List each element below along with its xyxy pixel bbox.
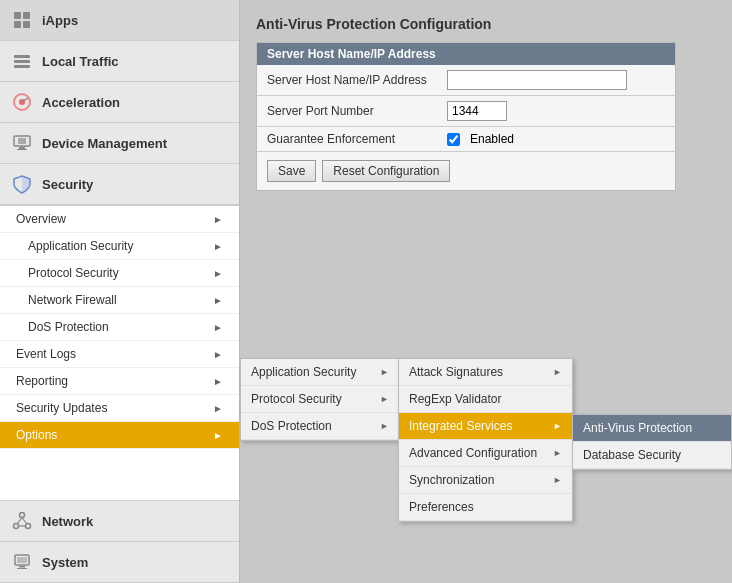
svg-point-14 <box>20 513 25 518</box>
local-traffic-label: Local Traffic <box>42 54 119 69</box>
svg-line-17 <box>17 518 22 525</box>
system-icon <box>10 550 34 574</box>
sidebar-bottom: Network System <box>0 500 239 583</box>
sidebar-item-iapps[interactable]: iApps <box>0 0 239 41</box>
svg-rect-3 <box>23 21 30 28</box>
flyout-attack-signatures[interactable]: Attack Signatures ► <box>399 359 572 386</box>
arrow-icon: ► <box>213 376 223 387</box>
security-label: Security <box>42 177 93 192</box>
arrow-icon: ► <box>213 349 223 360</box>
iapps-icon <box>10 8 34 32</box>
sidebar-item-system[interactable]: System <box>0 542 239 583</box>
device-management-label: Device Management <box>42 136 167 151</box>
local-traffic-icon <box>10 49 34 73</box>
form-actions: Save Reset Configuration <box>257 152 675 190</box>
network-icon <box>10 509 34 533</box>
server-port-input[interactable] <box>447 101 507 121</box>
device-management-icon <box>10 131 34 155</box>
arrow-icon: ► <box>213 430 223 441</box>
menu-item-overview[interactable]: Overview ► <box>0 206 239 233</box>
menu-item-security-updates[interactable]: Security Updates ► <box>0 395 239 422</box>
arrow-icon: ► <box>213 295 223 306</box>
flyout-advanced-configuration[interactable]: Advanced Configuration ► <box>399 440 572 467</box>
flyout-integrated-services[interactable]: Integrated Services ► <box>399 413 572 440</box>
flyout-synchronization[interactable]: Synchronization ► <box>399 467 572 494</box>
iapps-label: iApps <box>42 13 78 28</box>
arrow-icon: ► <box>553 367 562 377</box>
arrow-icon: ► <box>553 421 562 431</box>
menu-item-network-firewall[interactable]: Network Firewall ► <box>0 287 239 314</box>
svg-line-18 <box>22 518 27 525</box>
svg-rect-2 <box>14 21 21 28</box>
security-menu: Overview ► Application Security ► Protoc… <box>0 205 239 500</box>
config-box: Server Host Name/IP Address Server Host … <box>256 42 676 191</box>
arrow-icon: ► <box>213 241 223 252</box>
guarantee-checkbox-label: Enabled <box>470 132 514 146</box>
svg-rect-12 <box>19 147 25 149</box>
sidebar-item-network[interactable]: Network <box>0 501 239 542</box>
menu-item-reporting[interactable]: Reporting ► <box>0 368 239 395</box>
flyout-level1: Application Security ► Protocol Security… <box>240 358 400 441</box>
flyout-dos-protection[interactable]: DoS Protection ► <box>241 413 399 440</box>
arrow-icon: ► <box>213 403 223 414</box>
system-label: System <box>42 555 88 570</box>
menu-item-dos-protection[interactable]: DoS Protection ► <box>0 314 239 341</box>
menu-item-protocol-security[interactable]: Protocol Security ► <box>0 260 239 287</box>
svg-rect-21 <box>17 557 27 563</box>
flyout-regexp-validator[interactable]: RegExp Validator <box>399 386 572 413</box>
acceleration-label: Acceleration <box>42 95 120 110</box>
guarantee-label: Guarantee Enforcement <box>267 132 447 146</box>
svg-rect-5 <box>14 60 30 63</box>
arrow-icon: ► <box>213 268 223 279</box>
svg-rect-1 <box>23 12 30 19</box>
server-host-row: Server Host Name/IP Address <box>257 65 675 96</box>
arrow-icon: ► <box>213 322 223 333</box>
menu-item-event-logs[interactable]: Event Logs ► <box>0 341 239 368</box>
server-port-label: Server Port Number <box>267 104 447 118</box>
network-label: Network <box>42 514 93 529</box>
menu-item-options[interactable]: Options ► <box>0 422 239 449</box>
svg-rect-11 <box>18 138 26 144</box>
config-header: Server Host Name/IP Address <box>257 43 675 65</box>
svg-rect-23 <box>17 568 27 569</box>
server-host-value <box>447 70 627 90</box>
acceleration-icon <box>10 90 34 114</box>
arrow-icon: ► <box>380 421 389 431</box>
flyout-database-security[interactable]: Database Security <box>573 442 731 469</box>
flyout-level2: Attack Signatures ► RegExp Validator Int… <box>398 358 573 522</box>
guarantee-row: Guarantee Enforcement Enabled <box>257 127 675 152</box>
flyout-protocol-security[interactable]: Protocol Security ► <box>241 386 399 413</box>
security-icon <box>10 172 34 196</box>
svg-point-16 <box>26 524 31 529</box>
svg-rect-0 <box>14 12 21 19</box>
server-port-value <box>447 101 507 121</box>
arrow-icon: ► <box>553 448 562 458</box>
guarantee-checkbox[interactable] <box>447 133 460 146</box>
svg-rect-6 <box>14 65 30 68</box>
arrow-icon: ► <box>553 475 562 485</box>
arrow-icon: ► <box>213 214 223 225</box>
flyout-preferences[interactable]: Preferences <box>399 494 572 521</box>
sidebar-item-device-management[interactable]: Device Management <box>0 123 239 164</box>
arrow-icon: ► <box>380 394 389 404</box>
server-host-input[interactable] <box>447 70 627 90</box>
svg-rect-13 <box>17 149 27 150</box>
page-title: Anti-Virus Protection Configuration <box>256 16 716 32</box>
server-port-row: Server Port Number <box>257 96 675 127</box>
flyout-level3: Anti-Virus Protection Database Security <box>572 414 732 470</box>
sidebar: iApps Local Traffic Acceleration <box>0 0 240 583</box>
arrow-icon: ► <box>380 367 389 377</box>
sidebar-item-security[interactable]: Security <box>0 164 239 205</box>
sidebar-item-local-traffic[interactable]: Local Traffic <box>0 41 239 82</box>
flyout-antivirus-protection[interactable]: Anti-Virus Protection <box>573 415 731 442</box>
server-host-label: Server Host Name/IP Address <box>267 73 447 87</box>
main-content: Anti-Virus Protection Configuration Serv… <box>240 0 732 583</box>
menu-item-app-security[interactable]: Application Security ► <box>0 233 239 260</box>
save-button[interactable]: Save <box>267 160 316 182</box>
reset-button[interactable]: Reset Configuration <box>322 160 450 182</box>
sidebar-item-acceleration[interactable]: Acceleration <box>0 82 239 123</box>
svg-rect-22 <box>19 566 25 568</box>
guarantee-value: Enabled <box>447 132 514 146</box>
flyout-app-security[interactable]: Application Security ► <box>241 359 399 386</box>
svg-rect-4 <box>14 55 30 58</box>
